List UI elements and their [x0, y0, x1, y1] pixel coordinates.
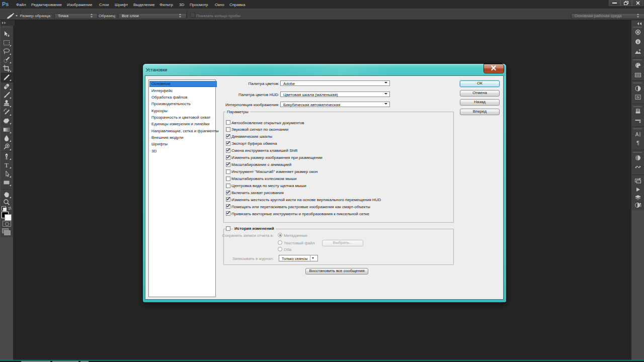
svg-text:T: T — [5, 161, 9, 169]
svg-text:A: A — [635, 132, 639, 137]
svg-text:fx: fx — [636, 95, 640, 100]
svg-text:¶: ¶ — [636, 140, 639, 146]
